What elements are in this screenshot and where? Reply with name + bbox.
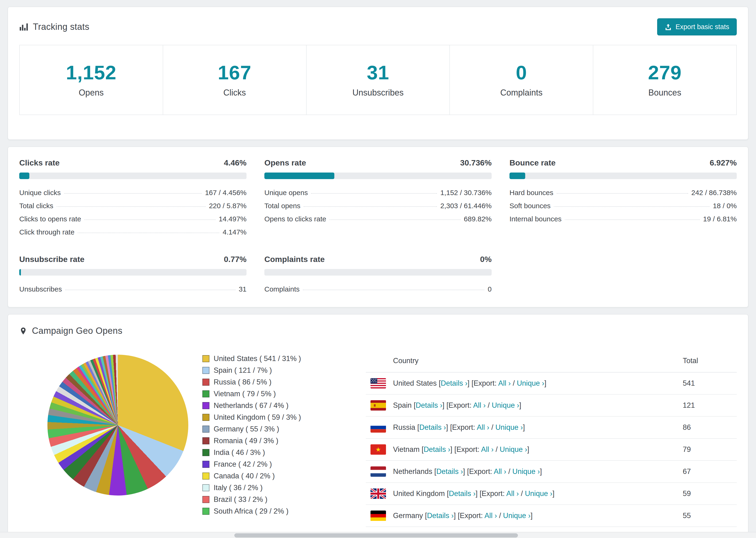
legend-item: United Kingdom ( 59 / 3% ) <box>202 411 357 423</box>
legend-color-swatch <box>202 355 209 362</box>
rate-rows: Unsubscribes 31 <box>19 283 246 296</box>
flag-de-icon <box>370 511 386 521</box>
export-all-link[interactable]: All › <box>481 445 494 454</box>
export-unique-link[interactable]: Unique › <box>525 489 553 498</box>
dotted-leader <box>57 206 206 207</box>
legend-color-swatch <box>202 402 209 409</box>
dotted-leader <box>329 219 460 220</box>
country-cell: Vietnam [Details ›] [Export: All › / Uni… <box>393 445 683 454</box>
rate-progress-fill <box>510 173 525 179</box>
legend-label: South Africa ( 29 / 2% ) <box>214 507 289 515</box>
rate-row: Opens to clicks rate 689.82% <box>264 212 492 226</box>
rate-title: Unsubscribe rate <box>19 255 84 264</box>
table-row: Netherlands [Details ›] [Export: All › /… <box>366 461 737 483</box>
legend-color-swatch <box>202 437 209 444</box>
details-link[interactable]: Details › <box>441 379 467 387</box>
rate-row-label: Complaints <box>264 285 299 293</box>
stat-box: 1,152 Opens <box>20 45 163 115</box>
rate-row-value: 242 / 86.738% <box>691 189 737 197</box>
details-link[interactable]: Details › <box>416 401 443 409</box>
country-cell: Russia [Details ›] [Export: All › / Uniq… <box>393 423 683 432</box>
legend-color-swatch <box>202 461 209 468</box>
map-pin-icon <box>19 327 27 335</box>
rate-header: Bounce rate 6.927% <box>510 158 737 167</box>
stat-box: 279 Bounces <box>593 45 736 115</box>
rate-block: Unsubscribe rate 0.77% Unsubscribes 31 <box>19 255 246 296</box>
geo-pie-chart <box>47 355 188 496</box>
tracking-stats-title: Tracking stats <box>33 22 89 32</box>
rate-progress-track <box>19 269 246 276</box>
dotted-leader <box>557 193 688 194</box>
rate-row-label: Clicks to opens rate <box>19 215 81 223</box>
tracking-stats-header: Tracking stats Export basic stats <box>19 18 737 35</box>
legend-item: United States ( 541 / 31% ) <box>202 353 357 364</box>
stat-label: Opens <box>20 88 163 98</box>
rate-title: Complaints rate <box>264 255 325 264</box>
export-all-link[interactable]: All › <box>477 423 489 431</box>
rate-row-value: 167 / 4.456% <box>205 189 246 197</box>
legend-item: South Africa ( 29 / 2% ) <box>202 506 357 517</box>
total-cell: 59 <box>683 489 732 498</box>
rate-progress-fill <box>19 269 21 276</box>
tracking-stats-card: Tracking stats Export basic stats 1,152 … <box>8 7 748 140</box>
rate-progress-track <box>264 173 492 179</box>
export-all-link[interactable]: All › <box>484 511 497 520</box>
stat-label: Bounces <box>593 88 736 98</box>
rate-row-label: Click through rate <box>19 228 75 236</box>
legend-label: Germany ( 55 / 3% ) <box>214 425 279 433</box>
export-all-link[interactable]: All › <box>473 401 486 409</box>
legend-item: Romania ( 49 / 3% ) <box>202 435 357 447</box>
horizontal-scrollbar-thumb[interactable] <box>234 533 518 538</box>
rate-row-label: Unique opens <box>264 189 308 197</box>
export-unique-link[interactable]: Unique › <box>503 511 531 520</box>
legend-color-swatch <box>202 379 209 386</box>
dotted-leader <box>303 206 437 207</box>
details-link[interactable]: Details › <box>423 445 450 454</box>
rate-row-label: Opens to clicks rate <box>264 215 326 223</box>
rate-row: Clicks to opens rate 14.497% <box>19 212 246 226</box>
legend-color-swatch <box>202 390 209 398</box>
rate-rows: Unique clicks 167 / 4.456% Total clicks … <box>19 186 246 239</box>
rate-header: Unsubscribe rate 0.77% <box>19 255 246 264</box>
legend-item: Germany ( 55 / 3% ) <box>202 423 357 435</box>
rate-row-value: 2,303 / 61.446% <box>440 202 492 210</box>
rate-progress-fill <box>264 173 334 179</box>
stat-label: Unsubscribes <box>307 88 450 98</box>
legend-item: Russia ( 86 / 5% ) <box>202 376 357 388</box>
total-cell: 86 <box>683 423 732 432</box>
details-link[interactable]: Details › <box>427 511 454 520</box>
campaign-geo-opens-title: Campaign Geo Opens <box>32 326 122 336</box>
legend-item: Spain ( 121 / 7% ) <box>202 364 357 376</box>
export-unique-link[interactable]: Unique › <box>517 379 544 387</box>
details-link[interactable]: Details › <box>436 467 463 476</box>
details-link[interactable]: Details › <box>419 423 446 431</box>
export-all-link[interactable]: All › <box>498 379 511 387</box>
rate-row-label: Internal bounces <box>510 215 562 223</box>
rate-progress-fill <box>19 173 29 179</box>
table-header-row: Country Total <box>366 351 737 372</box>
export-unique-link[interactable]: Unique › <box>495 423 523 431</box>
total-cell: 79 <box>683 445 732 454</box>
legend-item: Canada ( 40 / 2% ) <box>202 470 357 482</box>
flag-column-spacer <box>370 355 386 366</box>
stat-label: Complaints <box>450 88 593 98</box>
stat-value: 31 <box>307 61 450 84</box>
legend-label: United States ( 541 / 31% ) <box>214 354 301 363</box>
horizontal-scrollbar-track[interactable] <box>0 532 756 538</box>
rate-row-value: 19 / 6.81% <box>703 215 737 223</box>
flag-vn-icon <box>370 444 386 455</box>
rate-title: Clicks rate <box>19 158 60 167</box>
legend-item: Italy ( 36 / 2% ) <box>202 482 357 494</box>
export-all-link[interactable]: All › <box>506 489 519 498</box>
flag-us-icon <box>370 378 386 389</box>
export-unique-link[interactable]: Unique › <box>492 401 519 409</box>
details-link[interactable]: Details › <box>449 489 476 498</box>
stat-value: 279 <box>593 61 736 84</box>
total-cell: 541 <box>683 379 732 388</box>
export-unique-link[interactable]: Unique › <box>512 467 540 476</box>
export-all-link[interactable]: All › <box>494 467 506 476</box>
rate-title: Opens rate <box>264 158 306 167</box>
export-basic-stats-button[interactable]: Export basic stats <box>657 18 737 35</box>
export-unique-link[interactable]: Unique › <box>500 445 527 454</box>
export-icon <box>665 24 672 30</box>
